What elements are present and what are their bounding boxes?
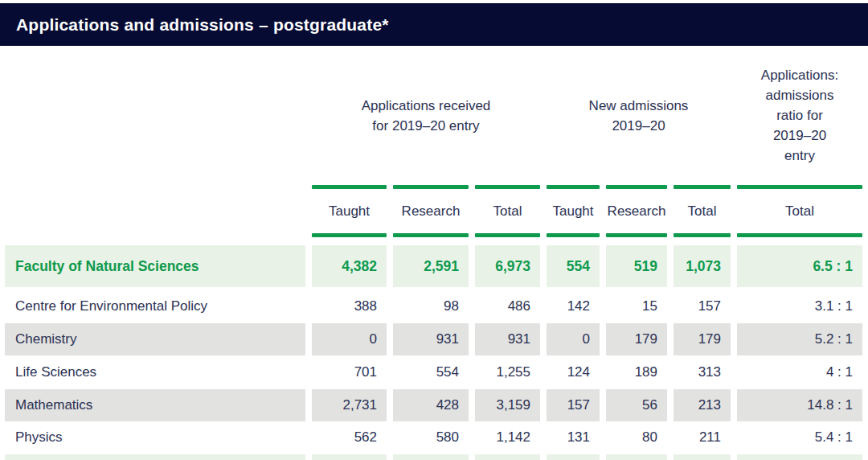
- green-rule-segment: [475, 185, 540, 189]
- cell-value: 179: [674, 323, 731, 355]
- cell-value: 931: [475, 323, 540, 355]
- clipped-cell: [737, 454, 862, 460]
- cell-value: 313: [674, 356, 731, 388]
- cell-value: 2,731: [312, 389, 387, 421]
- cell-value: 428: [393, 389, 469, 421]
- green-rule-bottom: [0, 233, 868, 237]
- column-subheader: Total: [475, 203, 540, 220]
- subheader-row: TaughtResearchTotalTaughtResearchTotalTo…: [0, 189, 868, 233]
- row-label: Chemistry: [5, 323, 305, 355]
- green-rule-segment: [674, 185, 731, 189]
- green-rule-segment: [737, 233, 862, 237]
- cell-value: 56: [606, 389, 667, 421]
- clipped-cell: [312, 454, 387, 460]
- clipped-cell: [606, 454, 667, 460]
- green-rule-segment: [475, 233, 540, 237]
- cell-value: 15: [606, 290, 667, 322]
- cell-value: 213: [674, 389, 731, 421]
- table-row: Chemistry093193101791795.2 : 1: [0, 323, 868, 355]
- row-label: Faculty of Natural Sciences: [5, 245, 305, 287]
- title-bar: Applications and admissions – postgradua…: [0, 3, 868, 46]
- column-subheader: Taught: [547, 203, 600, 220]
- column-subheader: Taught: [312, 203, 387, 220]
- column-subheader: Total: [737, 203, 862, 220]
- cell-value: 179: [606, 323, 667, 355]
- green-rule-segment: [393, 233, 469, 237]
- table-row: Centre for Environmental Policy388984861…: [0, 290, 868, 322]
- cell-value: 98: [393, 290, 469, 322]
- cell-value: 14.8 : 1: [737, 389, 862, 421]
- clipped-cell: [5, 454, 305, 460]
- clipped-cell: [674, 454, 731, 460]
- green-rule-segment: [674, 233, 731, 237]
- cell-value: 1,255: [475, 356, 540, 388]
- cell-value: 131: [547, 422, 600, 453]
- cell-value: 3,159: [475, 389, 540, 421]
- cell-value: 1,142: [475, 422, 540, 453]
- cell-value: 189: [606, 356, 667, 388]
- row-label: Mathematics: [5, 389, 305, 421]
- cell-value: 5.4 : 1: [737, 422, 862, 453]
- cell-value: 4 : 1: [737, 356, 862, 388]
- cell-value: 4,382: [312, 245, 387, 287]
- cell-value: 931: [393, 323, 469, 355]
- cell-value: 80: [606, 422, 667, 453]
- cell-value: 211: [674, 422, 731, 453]
- cell-value: 554: [547, 245, 600, 287]
- cell-value: 701: [312, 356, 387, 388]
- cell-value: 580: [393, 422, 469, 453]
- cell-value: 6,973: [475, 245, 540, 287]
- green-rule-segment: [312, 185, 387, 189]
- cell-value: 157: [674, 290, 731, 322]
- green-rule-segment: [737, 185, 862, 189]
- clipped-cell: [393, 454, 469, 460]
- green-rule-segment: [547, 185, 600, 189]
- green-rule-segment: [547, 233, 600, 237]
- table-row: Life Sciences7015541,2551241893134 : 1: [0, 356, 868, 388]
- cell-value: 6.5 : 1: [737, 245, 862, 287]
- clipped-cell: [475, 454, 540, 460]
- cell-value: 3.1 : 1: [737, 290, 862, 322]
- green-rule-segment: [606, 233, 667, 237]
- cell-value: 5.2 : 1: [737, 323, 862, 355]
- row-label: Centre for Environmental Policy: [5, 290, 305, 322]
- cell-value: 486: [475, 290, 540, 322]
- clipped-cell: [547, 454, 600, 460]
- clipped-next-row: [0, 454, 868, 460]
- cell-value: 519: [606, 245, 667, 287]
- cell-value: 0: [312, 323, 387, 355]
- group-header-new-admissions: New admissions 2019–20: [547, 96, 731, 136]
- table-body: Faculty of Natural Sciences4,3822,5916,9…: [0, 245, 868, 453]
- table-row: Faculty of Natural Sciences4,3822,5916,9…: [0, 245, 868, 287]
- column-subheader: Research: [393, 203, 469, 220]
- cell-value: 1,073: [674, 245, 731, 287]
- cell-value: 554: [393, 356, 469, 388]
- cell-value: 562: [312, 422, 387, 453]
- group-header-row: Applications received for 2019–20 entry …: [0, 46, 868, 185]
- cell-value: 142: [547, 290, 600, 322]
- table-row: Physics5625801,142131802115.4 : 1: [0, 422, 868, 453]
- green-rule-segment: [312, 233, 387, 237]
- group-header-applications-received: Applications received for 2019–20 entry: [312, 96, 540, 136]
- cell-value: 124: [547, 356, 600, 388]
- table-row: Mathematics2,7314283,1591575621314.8 : 1: [0, 389, 868, 421]
- green-rule-segment: [606, 185, 667, 189]
- cell-value: 0: [547, 323, 600, 355]
- green-rule-segment: [393, 185, 469, 189]
- report-page: Applications and admissions – postgradua…: [0, 0, 868, 460]
- column-subheader: Total: [674, 203, 731, 220]
- admissions-table: Applications received for 2019–20 entry …: [0, 46, 868, 460]
- cell-value: 157: [547, 389, 600, 421]
- row-label: Physics: [5, 422, 305, 453]
- group-header-ratio: Applications: admissions ratio for 2019–…: [737, 65, 862, 166]
- row-label: Life Sciences: [5, 356, 305, 388]
- column-subheader: Research: [606, 203, 667, 220]
- page-title: Applications and admissions – postgradua…: [16, 15, 389, 35]
- cell-value: 388: [312, 290, 387, 322]
- cell-value: 2,591: [393, 245, 469, 287]
